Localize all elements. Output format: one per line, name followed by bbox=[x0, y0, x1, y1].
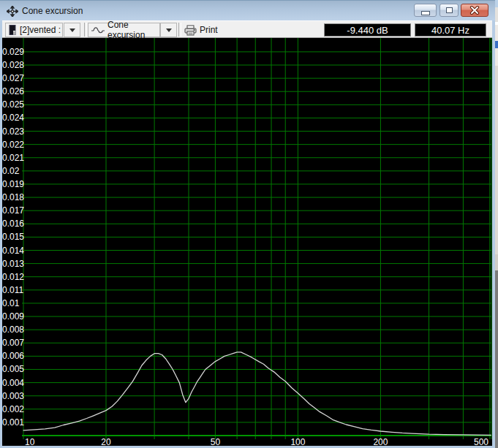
minimize-icon bbox=[421, 11, 430, 15]
svg-text:200: 200 bbox=[373, 437, 388, 446]
driver-select[interactable]: [2]vented : bbox=[5, 23, 63, 37]
graph-type-dropdown-button[interactable] bbox=[160, 23, 177, 37]
excursion-plot-svg[interactable]: 0.0290.0280.0270.0260.0250.0240.0230.022… bbox=[2, 38, 492, 446]
svg-text:0.005: 0.005 bbox=[2, 364, 24, 374]
cursor-db-readout: -9.440 dB bbox=[324, 23, 411, 37]
maximize-icon bbox=[446, 7, 453, 13]
svg-text:0.023: 0.023 bbox=[2, 126, 24, 137]
cone-excursion-window: Cone excursion [2] bbox=[0, 0, 495, 448]
graph-type-select[interactable]: Cone excursion bbox=[88, 23, 160, 37]
svg-text:0.025: 0.025 bbox=[2, 99, 24, 110]
close-button[interactable] bbox=[461, 4, 488, 17]
driver-select-dropdown-button[interactable] bbox=[64, 23, 80, 37]
svg-text:0.011: 0.011 bbox=[2, 285, 23, 295]
maximize-button[interactable] bbox=[439, 4, 459, 17]
background-window-sliver bbox=[495, 0, 498, 448]
driver-select-value: [2]vented : bbox=[20, 25, 61, 35]
titlebar[interactable]: Cone excursion bbox=[0, 0, 495, 20]
waveform-icon bbox=[91, 26, 105, 35]
printer-icon bbox=[184, 25, 197, 36]
svg-text:20: 20 bbox=[101, 437, 111, 446]
close-icon bbox=[469, 6, 480, 15]
svg-text:0.029: 0.029 bbox=[2, 47, 24, 57]
svg-text:0.02: 0.02 bbox=[2, 166, 20, 176]
svg-text:0.016: 0.016 bbox=[2, 219, 24, 229]
svg-text:0.028: 0.028 bbox=[2, 60, 24, 70]
excursion-plot[interactable]: 0.0290.0280.0270.0260.0250.0240.0230.022… bbox=[2, 38, 492, 446]
svg-text:0.006: 0.006 bbox=[2, 351, 24, 361]
crosshair-plot-icon bbox=[7, 6, 18, 17]
svg-text:0.021: 0.021 bbox=[2, 153, 24, 163]
svg-text:0.019: 0.019 bbox=[2, 179, 24, 189]
toolbar: [2]vented : Cone excursion bbox=[2, 20, 492, 38]
svg-text:0.027: 0.027 bbox=[2, 73, 24, 83]
svg-text:0.01: 0.01 bbox=[2, 298, 20, 308]
window-title: Cone excursion bbox=[22, 6, 83, 16]
window-border-left bbox=[0, 20, 2, 446]
graph-type-value: Cone excursion bbox=[107, 20, 159, 40]
svg-text:0.014: 0.014 bbox=[2, 246, 24, 256]
chevron-down-icon bbox=[166, 29, 172, 32]
svg-text:100: 100 bbox=[290, 437, 305, 446]
svg-text:0.002: 0.002 bbox=[2, 404, 24, 414]
svg-text:0.015: 0.015 bbox=[2, 232, 24, 242]
driver-box-icon bbox=[9, 25, 17, 35]
svg-text:10: 10 bbox=[25, 437, 35, 446]
svg-text:0.004: 0.004 bbox=[2, 378, 24, 388]
svg-text:0.022: 0.022 bbox=[2, 140, 24, 150]
toolbar-separator bbox=[84, 23, 87, 37]
svg-text:500: 500 bbox=[474, 437, 488, 446]
svg-text:50: 50 bbox=[211, 437, 221, 446]
svg-text:0.009: 0.009 bbox=[2, 311, 24, 322]
svg-text:0.018: 0.018 bbox=[2, 192, 24, 202]
print-button[interactable]: Print bbox=[181, 23, 221, 37]
print-label: Print bbox=[200, 25, 218, 35]
svg-text:0.007: 0.007 bbox=[2, 338, 24, 348]
svg-text:0.024: 0.024 bbox=[2, 113, 24, 123]
svg-text:0.012: 0.012 bbox=[2, 272, 24, 282]
svg-text:0.001: 0.001 bbox=[2, 417, 24, 428]
svg-text:0.003: 0.003 bbox=[2, 391, 24, 401]
svg-text:0.008: 0.008 bbox=[2, 324, 24, 335]
svg-text:0.026: 0.026 bbox=[2, 86, 24, 96]
cursor-frequency-readout: 40.07 Hz bbox=[415, 23, 486, 37]
chevron-down-icon bbox=[69, 29, 75, 32]
svg-text:0.013: 0.013 bbox=[2, 259, 24, 269]
svg-text:0.017: 0.017 bbox=[2, 205, 24, 216]
minimize-button[interactable] bbox=[414, 4, 437, 17]
